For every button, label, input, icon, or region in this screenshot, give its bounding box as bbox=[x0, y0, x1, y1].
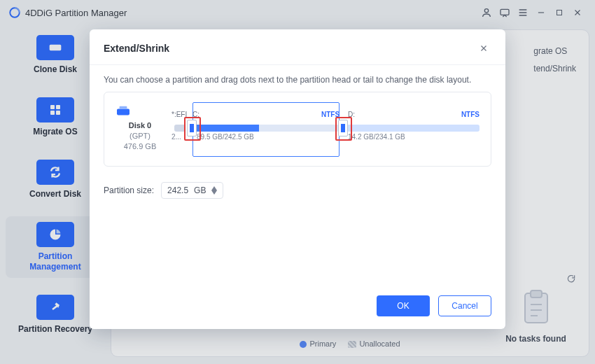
dialog-header: Extend/Shrink bbox=[90, 29, 505, 65]
callout-box-right bbox=[335, 117, 352, 141]
c-partition-size: 89.5 GB/242.5 GB bbox=[197, 133, 254, 141]
ok-button[interactable]: OK bbox=[377, 295, 430, 316]
partition-size-label: Partition size: bbox=[104, 186, 154, 195]
disk-capacity: 476.9 GB bbox=[124, 142, 156, 150]
d-partition-size: 14.2 GB/234.1 GB bbox=[348, 133, 405, 141]
svg-rect-11 bbox=[117, 108, 130, 115]
chevron-down-icon[interactable] bbox=[211, 190, 217, 195]
disk-layout-box: Disk 0 (GPT) 476.9 GB *:EFI 2... C: NTFS… bbox=[104, 92, 491, 167]
c-segment[interactable] bbox=[192, 125, 340, 132]
dialog-footer: OK Cancel bbox=[90, 288, 505, 329]
size-stepper[interactable] bbox=[211, 186, 217, 195]
dialog-close-button[interactable] bbox=[476, 41, 491, 56]
partition-size-row: Partition size: 242.5 GB bbox=[104, 182, 491, 199]
cancel-button[interactable]: Cancel bbox=[438, 295, 491, 316]
partition-size-value: 242.5 bbox=[167, 186, 188, 195]
disk-icon bbox=[115, 105, 164, 118]
svg-rect-12 bbox=[120, 106, 127, 109]
extend-shrink-dialog: Extend/Shrink You can choose a partition… bbox=[90, 29, 505, 329]
d-partition-fs: NTFS bbox=[461, 111, 479, 118]
dialog-body: You can choose a partition and drag dots… bbox=[90, 65, 505, 288]
app-window: 4DDiG Partition Manager Clone Disk Migra… bbox=[0, 0, 595, 364]
callout-box-left bbox=[184, 117, 201, 141]
disk-meta: Disk 0 (GPT) 476.9 GB bbox=[115, 105, 164, 152]
partition-track[interactable]: *:EFI 2... C: NTFS 89.5 GB/242.5 GB D: N… bbox=[174, 112, 479, 144]
dialog-instruction: You can choose a partition and drag dots… bbox=[104, 75, 491, 85]
disk-scheme: (GPT) bbox=[130, 132, 150, 140]
efi-partition-size: 2... bbox=[172, 133, 181, 141]
dialog-title: Extend/Shrink bbox=[104, 43, 169, 54]
partition-size-unit: GB bbox=[194, 186, 206, 195]
partition-size-input[interactable]: 242.5 GB bbox=[161, 182, 223, 199]
disk-name: Disk 0 bbox=[129, 121, 151, 130]
d-segment[interactable] bbox=[346, 125, 479, 132]
c-used-bar bbox=[192, 125, 259, 132]
